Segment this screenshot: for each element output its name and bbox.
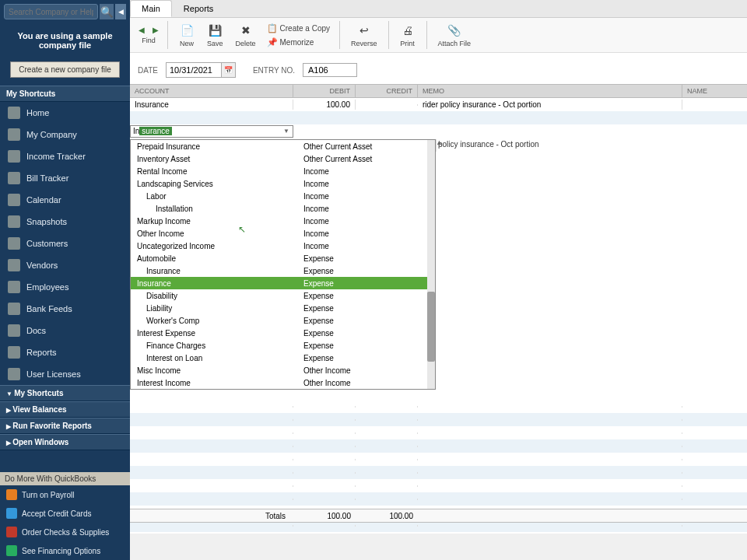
sidebar-item-vendors[interactable]: Vendors xyxy=(0,254,130,276)
reverse-icon: ↩ xyxy=(356,23,372,38)
sidebar-item-employees[interactable]: Employees xyxy=(0,276,130,298)
sidebar-item-calendar[interactable]: Calendar xyxy=(0,189,130,211)
sidebar-item-docs[interactable]: Docs xyxy=(0,320,130,341)
dropdown-option[interactable]: Interest on LoanExpense xyxy=(131,352,435,364)
journal-row-empty[interactable] xyxy=(130,466,747,479)
nav-icon xyxy=(8,128,20,141)
section-view-balances[interactable]: View Balances xyxy=(0,401,130,418)
sidebar-item-income-tracker[interactable]: Income Tracker xyxy=(0,145,130,167)
bottom-item-turn-on-payroll[interactable]: Turn on Payroll xyxy=(0,485,130,504)
nav-icon xyxy=(8,346,20,359)
sidebar-item-snapshots[interactable]: Snapshots xyxy=(0,211,130,233)
sidebar-item-my-company[interactable]: My Company xyxy=(0,124,130,145)
search-input[interactable] xyxy=(4,4,98,19)
dropdown-option[interactable]: InstallationIncome xyxy=(131,202,435,215)
sidebar-item-bill-tracker[interactable]: Bill Tracker xyxy=(0,167,130,189)
journal-row-empty[interactable] xyxy=(130,492,747,506)
journal-row-empty[interactable] xyxy=(130,453,747,466)
print-button[interactable]: 🖨Print xyxy=(395,21,420,49)
chevron-down-icon[interactable]: ▼ xyxy=(280,128,293,135)
cell-memo[interactable]: rider policy insurance - Oct portion xyxy=(418,100,682,110)
sidebar-item-user-licenses[interactable]: User Licenses xyxy=(0,363,130,385)
my-shortcuts-header[interactable]: My Shortcuts xyxy=(0,86,130,102)
account-dropdown-input[interactable]: Insurance ▼ xyxy=(130,125,293,138)
memorize-button[interactable]: 📌Memorize xyxy=(264,35,333,49)
feature-icon xyxy=(6,489,17,500)
dropdown-option[interactable]: DisabilityExpense xyxy=(131,289,435,302)
cell-debit[interactable]: 100.00 xyxy=(293,100,356,110)
dropdown-option[interactable]: Misc IncomeOther Income xyxy=(131,364,435,376)
nav-icon xyxy=(8,237,20,250)
toolbar: ◀ ▶ Find 📄New 💾Save ✖Delete 📋Create a Co… xyxy=(130,18,747,53)
next-entry-button[interactable]: ▶ xyxy=(150,24,161,35)
journal-row-empty[interactable] xyxy=(130,400,747,413)
dropdown-option[interactable]: Inventory AssetOther Current Asset xyxy=(131,152,435,165)
cell-account[interactable]: Insurance xyxy=(130,100,293,110)
reverse-button[interactable]: ↩Reverse xyxy=(346,21,382,49)
dropdown-option[interactable]: LaborIncome xyxy=(131,190,435,202)
bottom-item-order-checks-&-supplies[interactable]: Order Checks & Supplies xyxy=(0,523,130,541)
sidebar-collapse-button[interactable]: ◀ xyxy=(115,4,126,19)
sidebar-item-reports[interactable]: Reports xyxy=(0,341,130,363)
dropdown-option[interactable]: Prepaid InsuranceOther Current Asset xyxy=(131,140,435,152)
attach-file-button[interactable]: 📎Attach File xyxy=(433,21,476,49)
create-company-file-button[interactable]: Create a new company file xyxy=(10,61,119,78)
dropdown-option[interactable]: AutomobileExpense xyxy=(131,252,435,264)
sidebar-item-bank-feeds[interactable]: Bank Feeds xyxy=(0,298,130,320)
dropdown-option[interactable]: LiabilityExpense xyxy=(131,302,435,314)
dropdown-option[interactable]: Landscaping ServicesIncome xyxy=(131,177,435,190)
tab-main[interactable]: Main xyxy=(130,0,172,17)
dropdown-scrollbar[interactable] xyxy=(427,140,435,389)
sidebar-item-customers[interactable]: Customers xyxy=(0,233,130,254)
journal-row-active[interactable]: Insurance ▼ xyxy=(130,124,747,138)
date-label: DATE xyxy=(138,66,158,75)
sample-file-message: You are using a sample company file xyxy=(0,23,130,58)
calendar-button[interactable]: 📅 xyxy=(221,63,235,77)
journal-row-empty[interactable] xyxy=(130,426,747,439)
create-copy-button[interactable]: 📋Create a Copy xyxy=(264,21,333,35)
dropdown-option[interactable]: Markup IncomeIncome xyxy=(131,215,435,227)
journal-row-empty[interactable] xyxy=(130,479,747,492)
new-button[interactable]: 📄New xyxy=(174,21,199,49)
delete-button[interactable]: ✖Delete xyxy=(231,21,261,49)
print-icon: 🖨 xyxy=(400,23,416,38)
tab-reports[interactable]: Reports xyxy=(172,0,226,17)
dropdown-option[interactable]: InsuranceExpense xyxy=(131,264,435,277)
journal-row-empty[interactable] xyxy=(130,439,747,453)
journal-row-empty[interactable] xyxy=(130,413,747,426)
cell-credit[interactable] xyxy=(356,104,418,106)
dropdown-option[interactable]: Worker's CompExpense xyxy=(131,314,435,327)
feature-icon xyxy=(6,508,17,519)
feature-icon xyxy=(6,527,17,537)
bottom-item-see-financing-options[interactable]: See Financing Options xyxy=(0,541,130,560)
nav-icon xyxy=(8,172,20,184)
find-button[interactable]: Find xyxy=(137,35,160,46)
bottom-item-accept-credit-cards[interactable]: Accept Credit Cards xyxy=(0,504,130,523)
nav-icon xyxy=(8,281,20,293)
cell-name[interactable] xyxy=(682,104,747,106)
copy-icon: 📋 xyxy=(267,23,278,33)
scroll-up-icon[interactable]: ▲ xyxy=(436,138,443,146)
section-run-favorite-reports[interactable]: Run Favorite Reports xyxy=(0,418,130,434)
sidebar-item-home[interactable]: Home xyxy=(0,102,130,124)
scrollbar-thumb[interactable] xyxy=(427,292,435,362)
date-input[interactable] xyxy=(167,63,221,77)
dropdown-option[interactable]: InsuranceExpense xyxy=(131,277,435,289)
section-open-windows[interactable]: Open Windows xyxy=(0,434,130,450)
dropdown-option[interactable]: Other IncomeIncome xyxy=(131,227,435,240)
section-my-shortcuts[interactable]: My Shortcuts xyxy=(0,385,130,401)
entry-no-input[interactable] xyxy=(303,63,357,77)
dropdown-option[interactable]: Finance ChargesExpense xyxy=(131,339,435,352)
journal-row[interactable] xyxy=(130,111,747,124)
prev-entry-button[interactable]: ◀ xyxy=(136,24,147,35)
dropdown-option[interactable]: Rental IncomeIncome xyxy=(131,165,435,177)
journal-row-empty[interactable] xyxy=(130,532,747,534)
journal-row[interactable]: Insurance 100.00 rider policy insurance … xyxy=(130,98,747,111)
save-button[interactable]: 💾Save xyxy=(202,21,228,49)
col-debit: DEBIT xyxy=(293,85,356,97)
dropdown-option[interactable]: Interest ExpenseExpense xyxy=(131,327,435,339)
dropdown-option[interactable]: Interest IncomeOther Income xyxy=(131,376,435,389)
search-button[interactable]: 🔍 xyxy=(100,4,114,19)
dropdown-option[interactable]: Uncategorized IncomeIncome xyxy=(131,240,435,252)
do-more-header: Do More With QuickBooks xyxy=(0,472,130,485)
